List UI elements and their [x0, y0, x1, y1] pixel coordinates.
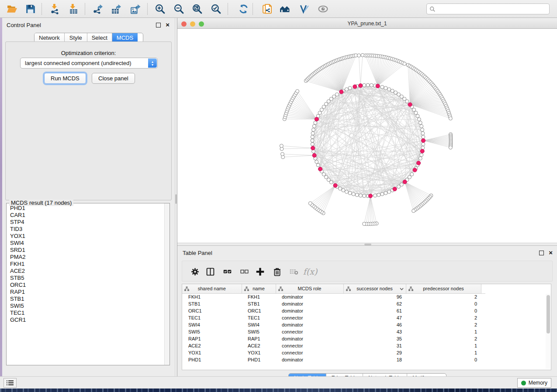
- table-cell: TEC1: [242, 314, 276, 321]
- import-table-icon: [68, 3, 79, 14]
- mcds-result-item[interactable]: RAP1: [7, 289, 164, 296]
- mcds-result-item[interactable]: ORC1: [7, 282, 164, 289]
- mcds-result-item[interactable]: FKH1: [7, 261, 164, 268]
- mcds-result-item[interactable]: STB1: [7, 296, 164, 303]
- table-row[interactable]: TEC1TEC1connector472: [182, 314, 485, 321]
- deselect-all-button[interactable]: [238, 265, 251, 278]
- close-panel-button[interactable]: Close panel: [92, 73, 135, 84]
- share-document-button[interactable]: [259, 2, 275, 16]
- table-row[interactable]: ORC1ORC1dominator610: [182, 307, 485, 314]
- table-cell: 1: [406, 342, 481, 349]
- table-row[interactable]: RAP1RAP1dominator352: [182, 335, 485, 342]
- table-row[interactable]: SWI4SWI4dominator462: [182, 321, 485, 328]
- search-box[interactable]: [426, 3, 550, 14]
- table-cell: ACE2: [242, 342, 276, 349]
- network-window-titlebar[interactable]: YPA_prune.txt_1: [177, 19, 557, 29]
- table-row[interactable]: FKH1FKH1dominator962: [182, 293, 485, 300]
- table-row[interactable]: YOX1YOX1connector291: [182, 349, 485, 356]
- mcds-result-item[interactable]: GCR1: [7, 316, 164, 323]
- import-table-button[interactable]: [65, 2, 81, 16]
- table-row[interactable]: STB1STB1dominator620: [182, 300, 485, 307]
- table-cell: 35: [343, 335, 406, 342]
- toolbar-separator: [85, 3, 85, 15]
- table-cell: TEC1: [182, 314, 242, 321]
- mcds-result-item[interactable]: STB5: [7, 275, 164, 282]
- tab-select[interactable]: Select: [87, 33, 112, 42]
- column-header-shared-name[interactable]: shared name: [182, 284, 242, 293]
- mcds-result-list[interactable]: PHD1CAR1STP4TID3YOX1SWI4SRD1PMA2FKH1ACE2…: [7, 205, 164, 365]
- horizontal-splitter[interactable]: [177, 243, 557, 246]
- table-scrollbar-thumb[interactable]: [547, 295, 550, 334]
- zoom-selected-button[interactable]: [208, 2, 224, 16]
- save-session-button[interactable]: [22, 2, 38, 16]
- toggle-column-display-button[interactable]: [204, 265, 217, 278]
- splitter-grip[interactable]: [175, 194, 177, 204]
- refresh-button[interactable]: [235, 2, 252, 16]
- column-header-MCDS-role[interactable]: MCDS role: [276, 284, 343, 293]
- column-header-label: predecessor nodes: [423, 286, 464, 291]
- run-mcds-button[interactable]: Run MCDS: [44, 73, 86, 84]
- table-row[interactable]: ACE2ACE2connector311: [182, 342, 485, 349]
- tab-mcds[interactable]: MCDS: [112, 33, 138, 42]
- select-all-button[interactable]: [221, 265, 234, 278]
- delete-column-button[interactable]: [270, 265, 284, 278]
- status-bar: Memory: [0, 376, 557, 389]
- table-scrollbar[interactable]: [546, 294, 550, 369]
- splitter-grip[interactable]: [364, 244, 371, 245]
- hide-graphics-details-button[interactable]: [295, 2, 312, 16]
- zoom-out-button[interactable]: [170, 2, 187, 16]
- open-file-button[interactable]: [3, 2, 20, 16]
- column-header-successor-nodes[interactable]: successor nodes: [343, 284, 406, 293]
- network-view-canvas[interactable]: [177, 29, 557, 243]
- graphics-details-icon: [298, 3, 309, 14]
- mcds-result-item[interactable]: PMA2: [7, 254, 164, 261]
- zoom-fit-button[interactable]: [189, 2, 205, 16]
- table-cell: 47: [343, 314, 406, 321]
- table-row[interactable]: SWI5SWI5connector431: [182, 328, 485, 335]
- zoom-in-button[interactable]: [152, 2, 168, 16]
- column-header-predecessor-nodes[interactable]: predecessor nodes: [406, 284, 481, 293]
- mcds-result-item[interactable]: ACE2: [7, 268, 164, 275]
- table-panel-title: Table Panel: [183, 250, 212, 256]
- status-menu-button[interactable]: [3, 378, 17, 388]
- table-cell: dominator: [276, 335, 343, 342]
- export-network-button[interactable]: [89, 2, 106, 16]
- mcds-result-item[interactable]: YOX1: [7, 233, 164, 240]
- table-cell: PHD1: [242, 356, 276, 363]
- search-input[interactable]: [436, 5, 549, 14]
- column-header-name[interactable]: name: [242, 284, 276, 293]
- mcds-result-item[interactable]: STP4: [7, 219, 164, 226]
- export-image-button[interactable]: [127, 2, 143, 16]
- table-settings-button[interactable]: [188, 265, 201, 278]
- tab-style[interactable]: Style: [65, 33, 87, 42]
- mcds-result-item[interactable]: TEC1: [7, 309, 164, 316]
- column-header-label: successor nodes: [356, 286, 393, 291]
- mcds-result-item[interactable]: TID3: [7, 226, 164, 233]
- memory-button[interactable]: Memory: [517, 378, 551, 388]
- float-window-icon[interactable]: [539, 251, 544, 255]
- close-panel-icon[interactable]: ×: [549, 249, 553, 257]
- bird-eye-view-button[interactable]: [315, 2, 331, 16]
- delete-table-button-disabled: [287, 265, 300, 278]
- table-cell: YOX1: [242, 349, 276, 356]
- table-cell-filler: [481, 349, 485, 356]
- table-cell: SWI4: [242, 321, 276, 328]
- export-table-button[interactable]: [107, 2, 124, 16]
- close-panel-icon[interactable]: ×: [166, 21, 170, 29]
- mcds-result-scrollbar[interactable]: [164, 203, 170, 365]
- node-table-container: shared namenameMCDS rolesuccessor nodesp…: [182, 284, 551, 370]
- add-column-button[interactable]: [253, 265, 266, 278]
- optimization-criterion-select[interactable]: largest connected component (undirected)…: [20, 58, 158, 69]
- mcds-result-item[interactable]: PHD1: [7, 205, 164, 212]
- import-network-button[interactable]: [46, 2, 63, 16]
- table-cell: 2: [406, 314, 481, 321]
- mcds-result-item[interactable]: SRD1: [7, 247, 164, 254]
- float-window-icon[interactable]: [156, 23, 161, 28]
- mcds-result-item[interactable]: SWI5: [7, 303, 164, 309]
- table-cell: connector: [276, 349, 343, 356]
- home-button[interactable]: [276, 2, 293, 16]
- mcds-result-item[interactable]: SWI4: [7, 240, 164, 247]
- mcds-result-item[interactable]: CAR1: [7, 212, 164, 219]
- tab-network[interactable]: Network: [35, 33, 65, 42]
- table-row[interactable]: PHD1PHD1dominator180: [182, 356, 485, 363]
